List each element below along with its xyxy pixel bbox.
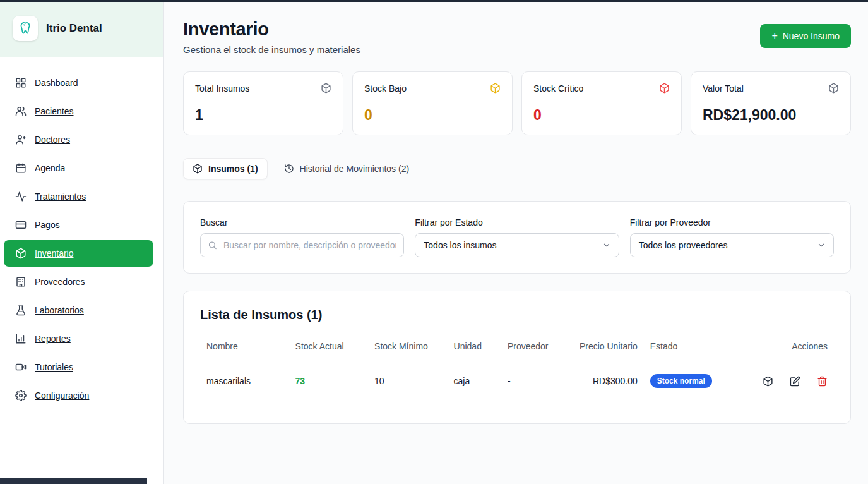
doctors-user-icon [15,134,27,145]
tooth-logo-icon [13,16,38,41]
package-icon [15,248,27,259]
edit-button[interactable] [790,376,800,387]
tab-label: Insumos (1) [208,164,258,174]
table-header-row: Nombre Stock Actual Stock Mínimo Unidad … [200,335,834,360]
new-insumo-button-label: Nuevo Insumo [783,31,840,41]
stat-card-total-insumos: Total Insumos 1 [183,71,343,135]
new-insumo-button[interactable]: + Nuevo Insumo [760,24,851,48]
cell-unidad: caja [448,360,501,402]
sidebar-item-configuracion[interactable]: Configuración [0,382,163,409]
sidebar-item-label: Pacientes [35,106,73,116]
search-input[interactable] [200,233,404,257]
cell-estado: Stock normal [644,360,739,402]
package-critical-icon [659,83,670,94]
package-icon [763,376,773,387]
stat-value: 0 [364,107,501,124]
sidebar-item-reportes[interactable]: Reportes [0,325,163,352]
column-header-proveedor: Proveedor [501,335,571,360]
sidebar-item-label: Tutoriales [35,362,73,372]
edit-pencil-icon [790,376,800,387]
estado-select[interactable]: Todos los insumos [415,233,619,257]
sidebar-item-laboratorios[interactable]: Laboratorios [0,297,163,324]
page-subtitle: Gestiona el stock de insumos y materiale… [183,44,360,55]
cell-stock-actual: 73 [289,360,369,402]
flask-icon [15,305,27,316]
filters-panel: Buscar Filtrar por Estado Todos los insu… [183,201,851,274]
main-content: Inventario Gestiona el stock de insumos … [164,0,868,484]
sidebar-item-label: Tratamientos [35,191,86,202]
proveedor-select-value: Todos los proveedores [639,240,728,250]
estado-select-value: Todos los insumos [424,240,496,250]
sidebar-item-label: Reportes [35,334,71,344]
proveedor-filter-group: Filtrar por Proveedor Todos los proveedo… [630,217,834,257]
stat-value: 0 [533,107,670,124]
sidebar-item-pagos[interactable]: Pagos [0,212,163,238]
search-label: Buscar [200,217,404,227]
insumos-table: Nombre Stock Actual Stock Mínimo Unidad … [200,335,834,402]
sidebar-item-pacientes[interactable]: Pacientes [0,98,163,124]
page-header: Inventario Gestiona el stock de insumos … [183,19,851,55]
cell-nombre: mascarilals [200,360,289,402]
search-field-group: Buscar [200,217,404,257]
search-icon [208,241,217,250]
gear-icon [15,390,27,401]
sidebar-item-label: Doctores [35,135,70,145]
stock-movement-button[interactable] [763,376,773,387]
tab-label: Historial de Movimientos (2) [300,164,410,174]
stat-card-stock-critico: Stock Crítico 0 [521,71,682,135]
patients-users-icon [15,106,27,117]
column-header-precio-unitario: Precio Unitario [571,335,643,360]
sidebar-item-dashboard[interactable]: Dashboard [0,70,163,96]
sidebar-item-inventario[interactable]: Inventario [4,240,153,267]
cell-precio-unitario: RD$300.00 [571,360,643,402]
brand-header: Itrio Dental [0,0,163,57]
proveedor-select[interactable]: Todos los proveedores [630,233,834,257]
package-warning-icon [490,83,501,94]
window-top-edge [0,0,868,2]
estado-filter-label: Filtrar por Estado [415,217,619,227]
calendar-icon [15,162,27,174]
sidebar: Itrio Dental Dashboard Pacientes Doctore… [0,0,164,484]
stat-value: RD$21,900.00 [703,107,839,124]
stat-label: Stock Bajo [364,83,407,94]
sidebar-nav: Dashboard Pacientes Doctores Agenda Trat… [0,57,163,409]
package-icon [828,83,839,94]
sidebar-item-label: Inventario [35,248,73,258]
tab-insumos[interactable]: Insumos (1) [183,158,268,179]
stat-card-valor-total: Valor Total RD$21,900.00 [691,71,851,135]
package-icon [321,83,331,94]
cell-acciones [739,360,834,402]
stat-label: Total Insumos [195,83,249,94]
table-title: Lista de Insumos (1) [200,308,834,322]
sidebar-item-label: Agenda [35,163,65,173]
delete-button[interactable] [817,376,828,387]
building-icon [15,276,27,287]
proveedor-filter-label: Filtrar por Proveedor [630,217,834,227]
table-row: mascarilals 73 10 caja - RD$300.00 Stock… [200,360,834,402]
column-header-acciones: Acciones [739,335,834,360]
cell-stock-minimo: 10 [368,360,448,402]
stat-label: Valor Total [703,83,744,94]
credit-card-icon [15,219,27,231]
sidebar-item-tutoriales[interactable]: Tutoriales [0,354,163,380]
sidebar-item-agenda[interactable]: Agenda [0,155,163,181]
trash-icon [817,376,828,387]
sidebar-item-tratamientos[interactable]: Tratamientos [0,183,163,210]
window-bottom-edge [0,478,147,484]
package-icon [193,164,203,174]
stats-row: Total Insumos 1 Stock Bajo 0 Stock Críti… [183,71,851,135]
tab-historial-movimientos[interactable]: Historial de Movimientos (2) [282,159,412,179]
column-header-unidad: Unidad [448,335,501,360]
plus-icon: + [771,31,777,41]
history-icon [284,164,294,174]
sidebar-item-doctores[interactable]: Doctores [0,126,163,153]
chevron-down-icon [817,241,826,250]
sidebar-item-proveedores[interactable]: Proveedores [0,269,163,295]
cell-proveedor: - [501,360,571,402]
activity-icon [15,191,27,202]
sidebar-item-label: Pagos [35,220,60,230]
status-badge: Stock normal [650,374,712,388]
brand-name: Itrio Dental [46,22,102,35]
tabs-bar: Insumos (1) Historial de Movimientos (2) [183,158,851,179]
dashboard-grid-icon [15,77,27,88]
